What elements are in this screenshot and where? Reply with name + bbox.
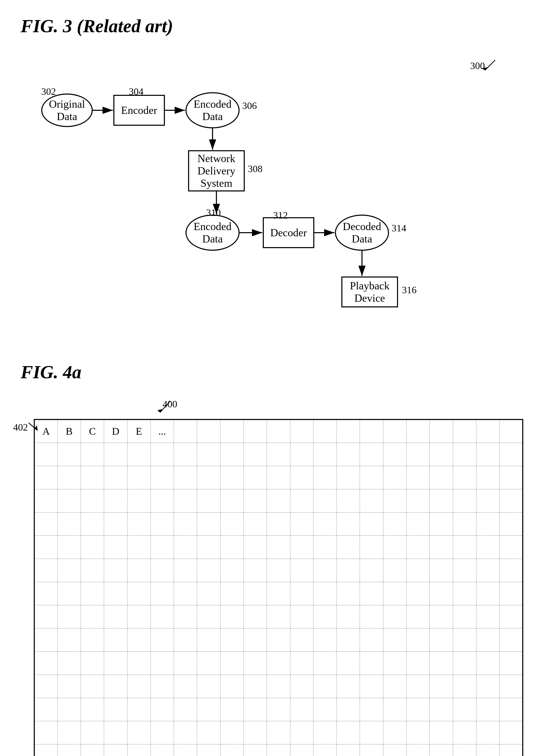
grid-row — [34, 721, 523, 744]
ref-308: 308 — [248, 163, 263, 174]
grid-header-b: B — [57, 419, 81, 443]
encoded-data-2-label: EncodedData — [194, 220, 232, 245]
grid-row — [34, 698, 523, 721]
grid-row — [34, 512, 523, 535]
grid-header-13 — [337, 419, 360, 443]
decoded-data-node: DecodedData — [335, 215, 389, 251]
fig4a-grid-container: 400 402 A B C D E ... — [34, 398, 523, 756]
grid-header-11 — [290, 419, 313, 443]
network-delivery-node: NetworkDeliverySystem — [188, 150, 245, 192]
grid-row — [34, 535, 523, 559]
grid-header-8 — [220, 419, 243, 443]
grid-row — [34, 651, 523, 675]
ref402-arrow — [26, 420, 41, 433]
encoder-label: Encoder — [121, 104, 157, 116]
ref-316: 316 — [402, 284, 417, 295]
grid-row — [34, 582, 523, 605]
original-data-node: OriginalData — [41, 93, 93, 127]
grid-header-12 — [313, 419, 336, 443]
playback-device-label: PlaybackDevice — [350, 280, 389, 304]
fig3-title: FIG. 3 (Related art) — [21, 16, 536, 37]
grid-header-c: C — [81, 419, 104, 443]
fig3-diagram: 300 OriginalData 302 Encoder 304 Encoded… — [21, 52, 536, 336]
encoded-data-2-node: EncodedData — [185, 215, 240, 251]
playback-device-node: PlaybackDevice — [341, 277, 398, 308]
arrows-svg — [21, 52, 536, 336]
grid-row — [34, 466, 523, 489]
decoded-data-label: DecodedData — [343, 220, 381, 245]
grid-row — [34, 489, 523, 512]
grid-header-row: A B C D E ... — [34, 419, 523, 443]
grid-header-6 — [174, 419, 197, 443]
grid-header-d: D — [104, 419, 127, 443]
fig4a-grid: A B C D E ... — [34, 419, 523, 756]
ref-310: 310 — [206, 207, 221, 218]
grid-row — [34, 675, 523, 698]
grid-row — [34, 559, 523, 582]
ref400-arrow — [155, 398, 175, 416]
grid-header-e: E — [127, 419, 150, 443]
network-delivery-label: NetworkDeliverySystem — [198, 152, 235, 190]
ref-302: 302 — [41, 86, 56, 97]
grid-header-19 — [476, 419, 499, 443]
ref-306: 306 — [242, 100, 257, 111]
original-data-label: OriginalData — [49, 98, 85, 123]
grid-header-dots: ... — [150, 419, 174, 443]
encoded-data-1-node: EncodedData — [185, 92, 240, 128]
grid-row — [34, 744, 523, 756]
decoder-node: Decoder — [263, 217, 314, 248]
grid-header-17 — [430, 419, 453, 443]
fig4a-section: FIG. 4a 400 402 A B C D — [21, 361, 536, 756]
ref-304: 304 — [129, 86, 144, 97]
grid-header-16 — [407, 419, 430, 443]
ref300-arrow — [480, 57, 500, 73]
ref-314: 314 — [391, 222, 406, 234]
fig4a-title: FIG. 4a — [21, 361, 536, 383]
ref-312: 312 — [273, 209, 288, 221]
grid-header-18 — [453, 419, 476, 443]
fig3-section: FIG. 3 (Related art) 300 OriginalData 30… — [21, 16, 536, 336]
svg-line-0 — [485, 60, 495, 70]
grid-header-9 — [244, 419, 267, 443]
ref-402: 402 — [13, 421, 28, 433]
grid-header-15 — [383, 419, 406, 443]
grid-row — [34, 443, 523, 466]
grid-header-10 — [267, 419, 290, 443]
grid-header-7 — [197, 419, 220, 443]
grid-row — [34, 628, 523, 651]
svg-line-10 — [160, 401, 170, 412]
grid-header-20 — [500, 419, 523, 443]
encoded-data-1-label: EncodedData — [194, 98, 232, 123]
encoder-node: Encoder — [113, 95, 165, 126]
decoder-label: Decoder — [270, 227, 307, 239]
grid-row — [34, 605, 523, 628]
grid-header-14 — [360, 419, 383, 443]
